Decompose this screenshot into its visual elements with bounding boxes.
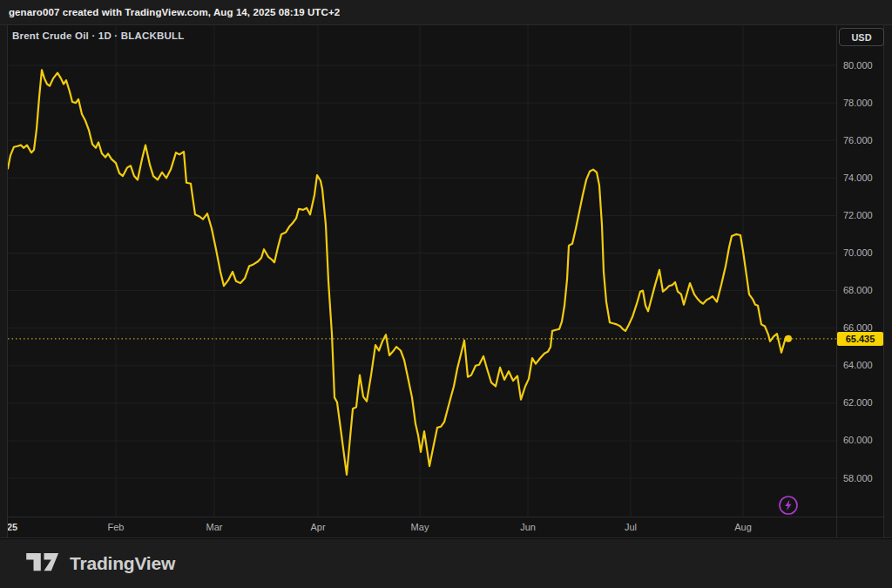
x-tick-label: Jun — [520, 522, 536, 532]
y-tick-label: 60.000 — [843, 435, 873, 445]
tradingview-wordmark[interactable]: TradingView — [70, 553, 175, 574]
attribution-bar: genaro007 created with TradingView.com, … — [0, 0, 892, 24]
y-tick-label: 74.000 — [843, 172, 873, 183]
y-tick-label: 78.000 — [843, 98, 873, 108]
chart-legend-title: Brent Crude Oil · 1D · BLACKBULL — [12, 30, 184, 41]
x-tick-label: Aug — [734, 522, 752, 532]
y-tick-label: 80.000 — [843, 60, 873, 71]
y-tick-label: 68.000 — [843, 285, 873, 295]
tradingview-logo-icon[interactable] — [26, 553, 62, 574]
right-margin — [883, 24, 892, 538]
price-chart-svg[interactable]: 58.00060.00062.00064.00066.00068.00070.0… — [0, 24, 892, 538]
currency-button[interactable]: USD — [839, 28, 884, 46]
y-tick-label: 76.000 — [843, 135, 873, 145]
y-tick-label: 58.000 — [843, 473, 873, 483]
x-tick-label: Mar — [206, 522, 223, 532]
x-tick-label: 25 — [7, 522, 17, 532]
y-tick-label: 72.000 — [843, 210, 873, 220]
x-tick-label: May — [411, 522, 429, 532]
last-price-dot — [785, 335, 792, 342]
x-tick-label: Apr — [310, 522, 325, 532]
y-tick-label: 62.000 — [843, 397, 873, 408]
x-tick-label: Jul — [625, 522, 637, 532]
left-margin — [0, 24, 7, 538]
chart-background — [0, 24, 892, 538]
boost-button[interactable] — [777, 494, 800, 517]
x-tick-label: Feb — [108, 522, 125, 532]
last-price-badge: 65.435 — [837, 332, 883, 346]
y-tick-label: 64.000 — [843, 360, 873, 370]
footer-bar: TradingView — [0, 538, 892, 588]
attribution-text: genaro007 created with TradingView.com, … — [9, 7, 340, 17]
y-tick-label: 70.000 — [843, 247, 873, 258]
chart-area: 58.00060.00062.00064.00066.00068.00070.0… — [0, 24, 892, 538]
lightning-boost-icon — [777, 494, 800, 517]
